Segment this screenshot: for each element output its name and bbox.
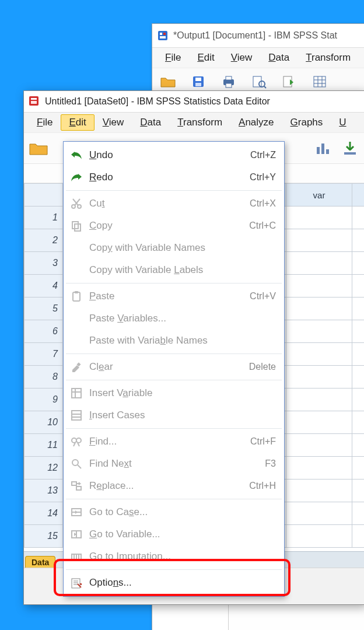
cell[interactable] [286,525,352,548]
menu-separator [66,380,282,380]
cut-icon [69,197,83,211]
tab-data-view[interactable]: Data [25,556,55,568]
menu-item-label: Paste [89,290,250,302]
cell[interactable] [352,480,365,502]
menu-utilities[interactable]: U [331,114,354,131]
cell[interactable] [352,457,365,480]
data-editor-menubar: File Edit View Data Transform Analyze Gr… [24,113,364,133]
cell[interactable] [286,320,352,343]
menu-item-redo[interactable]: Redo Ctrl+Y [64,166,284,188]
cell[interactable] [352,275,365,298]
cell[interactable] [286,252,352,275]
menu-edit[interactable]: Edit [61,114,94,131]
output-menu-data[interactable]: Data [260,50,298,66]
cell[interactable] [352,343,365,366]
insert-variable-icon [69,386,83,400]
menu-data[interactable]: Data [132,114,169,131]
download-icon[interactable] [339,137,361,159]
cell[interactable] [286,502,352,525]
cell[interactable] [286,434,352,457]
print-preview-icon[interactable] [248,71,270,93]
cell[interactable] [352,434,365,457]
cell[interactable] [286,343,352,366]
cell[interactable] [352,320,365,343]
menu-item-undo[interactable]: Undo Ctrl+Z [64,144,284,166]
svg-rect-2 [163,33,166,35]
menu-item-options[interactable]: Options... [64,572,284,594]
cell[interactable] [286,411,352,434]
output-menu-view[interactable]: View [223,50,261,66]
menu-analyze[interactable]: Analyze [230,114,282,131]
row-number[interactable]: 5 [24,298,63,320]
open-file-icon[interactable] [157,71,179,93]
cell[interactable] [352,388,365,411]
menu-item-goto-case: Go to Case... [64,501,284,523]
menu-item-label: Find Next [89,458,265,470]
cell[interactable] [286,480,352,502]
menu-item-clear: Clear Delete [64,356,284,378]
menu-item-shortcut: F3 [265,459,276,469]
row-number[interactable]: 14 [24,502,63,525]
column-header-var[interactable]: var [286,184,352,206]
menu-transform[interactable]: Transform [169,114,230,131]
open-file-icon[interactable] [27,137,50,159]
row-number[interactable]: 3 [24,252,63,275]
row-number[interactable]: 12 [24,457,63,480]
row-number[interactable]: 9 [24,388,63,411]
cell[interactable] [352,366,365,388]
row-number[interactable]: 1 [24,206,63,229]
corner-cell [24,184,63,206]
row-number[interactable]: 2 [24,229,63,252]
svg-point-40 [76,438,81,443]
menu-view[interactable]: View [94,114,132,131]
find-icon [69,435,83,449]
row-number[interactable]: 6 [24,320,63,343]
cell[interactable] [286,275,352,298]
cell[interactable] [286,388,352,411]
svg-rect-24 [326,149,329,154]
grid-icon[interactable] [309,71,331,93]
save-icon[interactable] [187,71,209,93]
output-menu-transform[interactable]: Transform [298,50,359,66]
menu-item-shortcut: Delete [249,362,276,372]
cell[interactable] [352,252,365,275]
print-icon[interactable] [218,71,240,93]
undo-icon [69,148,83,162]
cell[interactable] [352,298,365,320]
export-icon[interactable] [278,71,300,93]
row-number[interactable]: 15 [24,525,63,548]
cell[interactable] [286,229,352,252]
chart-icon[interactable] [312,137,334,159]
menu-item-insert-variable: Insert Variable [64,382,284,404]
cell[interactable] [286,298,352,320]
cell[interactable] [286,457,352,480]
row-number[interactable]: 11 [24,434,63,457]
cell[interactable] [286,366,352,388]
data-editor-title-text: Untitled1 [DataSet0] - IBM SPSS Statisti… [45,96,270,107]
svg-rect-0 [158,31,167,40]
svg-line-44 [78,465,81,468]
cell[interactable] [352,229,365,252]
svg-point-39 [72,438,76,443]
menu-separator [66,499,282,499]
cell[interactable] [352,206,365,229]
row-number[interactable]: 7 [24,343,63,366]
row-number[interactable]: 4 [24,275,63,298]
goto-case-icon [69,505,83,519]
menu-separator [66,190,282,191]
cell[interactable] [286,206,352,229]
cell[interactable] [352,502,365,525]
menu-graphs[interactable]: Graphs [282,114,331,131]
column-header-empty[interactable] [352,184,365,206]
menu-item-find: Find... Ctrl+F [64,430,284,453]
row-number[interactable]: 13 [24,480,63,502]
cell[interactable] [352,525,365,548]
insert-cases-icon [69,408,83,422]
output-menu-edit[interactable]: Edit [189,50,222,66]
menu-file[interactable]: File [29,114,61,131]
cell[interactable] [352,411,365,434]
row-number[interactable]: 10 [24,411,63,434]
row-number[interactable]: 8 [24,366,63,388]
output-menu-file[interactable]: File [157,50,189,66]
menu-item-label: Go to Case... [89,506,276,518]
